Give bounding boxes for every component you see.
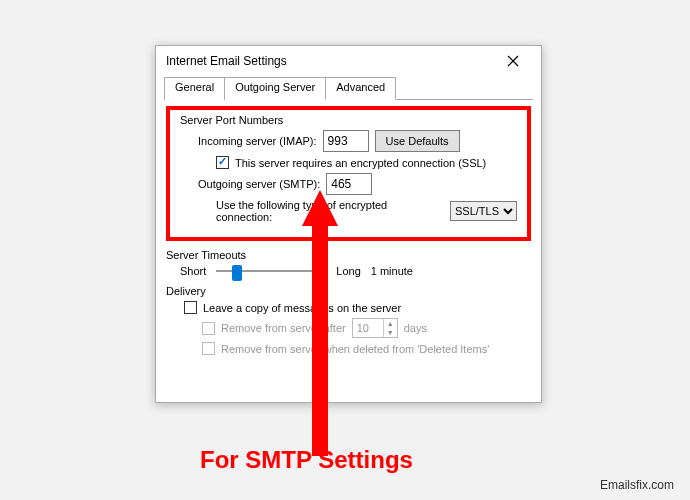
server-port-numbers-group: Server Port Numbers Incoming server (IMA… <box>166 106 531 241</box>
titlebar: Internet Email Settings <box>156 46 541 76</box>
tab-outgoing-server[interactable]: Outgoing Server <box>224 77 326 100</box>
timeout-long-label: Long <box>336 265 360 277</box>
tab-strip: General Outgoing Server Advanced <box>164 76 533 100</box>
delivery-legend: Delivery <box>166 285 531 297</box>
encryption-type-label: Use the following type of encrypted conn… <box>216 199 444 223</box>
close-button[interactable] <box>493 47 533 75</box>
ssl-checkbox-label: This server requires an encrypted connec… <box>235 157 486 169</box>
remove-after-days-value: 10 <box>353 322 383 334</box>
spinner-arrows-icon: ▲▼ <box>383 319 397 337</box>
dialog-title: Internet Email Settings <box>166 54 493 68</box>
slider-thumb-icon <box>232 265 242 281</box>
encryption-type-select[interactable]: SSL/TLS <box>450 201 517 221</box>
remove-after-days-spinner: 10 ▲▼ <box>352 318 398 338</box>
remove-after-label: Remove from server after <box>221 322 346 334</box>
remove-when-deleted-label: Remove from server when deleted from 'De… <box>221 343 489 355</box>
dialog-body: Server Port Numbers Incoming server (IMA… <box>156 100 541 402</box>
close-icon <box>507 55 519 67</box>
watermark: Emailsfix.com <box>600 478 674 492</box>
server-ports-legend: Server Port Numbers <box>180 114 517 126</box>
ssl-checkbox[interactable] <box>216 156 229 169</box>
tab-general[interactable]: General <box>164 77 225 100</box>
remove-after-checkbox <box>202 322 215 335</box>
timeout-value: 1 minute <box>371 265 413 277</box>
leave-copy-label: Leave a copy of messages on the server <box>203 302 401 314</box>
server-timeouts-legend: Server Timeouts <box>166 249 531 261</box>
use-defaults-button[interactable]: Use Defaults <box>375 130 460 152</box>
tab-advanced[interactable]: Advanced <box>325 77 396 100</box>
days-label: days <box>404 322 427 334</box>
incoming-port-input[interactable] <box>323 130 369 152</box>
outgoing-port-input[interactable] <box>326 173 372 195</box>
annotation-caption: For SMTP Settings <box>200 446 413 474</box>
timeout-slider[interactable] <box>216 263 326 279</box>
leave-copy-checkbox[interactable] <box>184 301 197 314</box>
outgoing-server-label: Outgoing server (SMTP): <box>198 178 320 190</box>
incoming-server-label: Incoming server (IMAP): <box>198 135 317 147</box>
settings-dialog: Internet Email Settings General Outgoing… <box>155 45 542 403</box>
timeout-short-label: Short <box>180 265 206 277</box>
remove-when-deleted-checkbox <box>202 342 215 355</box>
